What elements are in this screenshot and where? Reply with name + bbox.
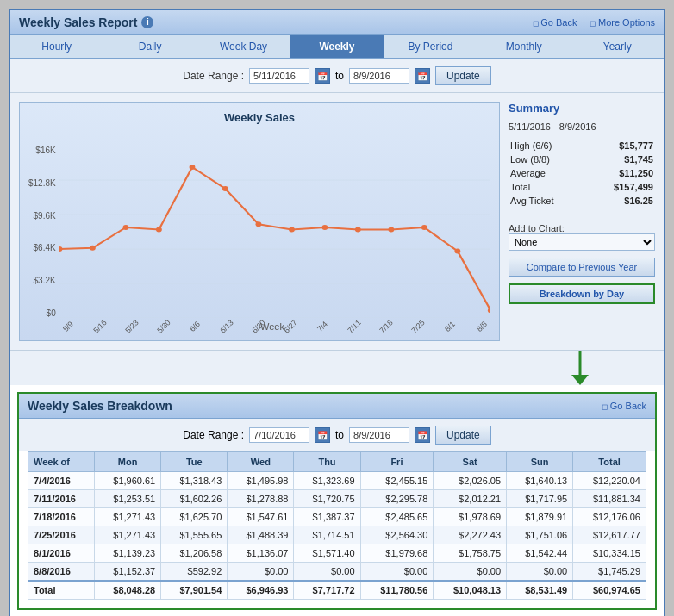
data-cell: $0.00 bbox=[434, 563, 507, 582]
from-calendar-icon[interactable]: 📅 bbox=[315, 68, 330, 84]
week-of-cell: 7/11/2016 bbox=[28, 490, 95, 508]
date-from-input[interactable] bbox=[249, 68, 309, 84]
total-value: $157,499 bbox=[585, 180, 655, 194]
data-cell: $1,488.39 bbox=[228, 526, 294, 544]
svg-point-17 bbox=[421, 225, 427, 230]
total-value-cell: $8,531.49 bbox=[507, 581, 573, 600]
tab-weekday[interactable]: Week Day bbox=[197, 35, 290, 58]
week-of-cell: 8/1/2016 bbox=[28, 544, 95, 563]
data-cell: $1,278.88 bbox=[228, 490, 294, 508]
tab-daily[interactable]: Daily bbox=[103, 35, 197, 58]
svg-point-7 bbox=[90, 246, 96, 251]
x-label-1: 5/9 bbox=[59, 317, 77, 335]
data-cell: $1,318.43 bbox=[161, 472, 228, 490]
data-cell: $1,387.37 bbox=[294, 508, 360, 526]
to-calendar-icon[interactable]: 📅 bbox=[415, 68, 430, 84]
svg-point-8 bbox=[122, 225, 128, 230]
report-header: Weekly Sales Report i Go Back More Optio… bbox=[10, 10, 664, 35]
data-cell: $1,745.29 bbox=[573, 563, 646, 582]
total-value-cell: $6,946.93 bbox=[228, 581, 294, 600]
data-cell: $1,879.91 bbox=[507, 508, 573, 526]
x-label-5: 6/6 bbox=[186, 317, 204, 335]
x-label-6: 6/13 bbox=[218, 317, 236, 335]
breakdown-date-bar: Date Range : 📅 to 📅 Update bbox=[19, 419, 655, 451]
data-table-wrapper: Week of Mon Tue Wed Thu Fri Sat Sun Tota… bbox=[19, 451, 655, 608]
info-icon[interactable]: i bbox=[141, 16, 153, 28]
tab-hourly[interactable]: Hourly bbox=[10, 35, 103, 58]
breakdown-by-day-button[interactable]: Breakdown by Day bbox=[509, 283, 655, 304]
breakdown-section: Weekly Sales Breakdown Go Back Date Rang… bbox=[17, 392, 657, 610]
tab-weekly[interactable]: Weekly bbox=[290, 35, 384, 58]
low-label: Low (8/8) bbox=[509, 152, 585, 166]
data-cell: $1,253.51 bbox=[95, 490, 161, 508]
x-label-10: 7/11 bbox=[346, 317, 364, 335]
svg-point-6 bbox=[59, 246, 62, 252]
go-back-link[interactable]: Go Back bbox=[533, 17, 577, 28]
breakdown-date-from[interactable] bbox=[249, 427, 309, 443]
compare-previous-year-button[interactable]: Compare to Previous Year bbox=[509, 258, 655, 277]
x-label-4: 5/30 bbox=[154, 317, 172, 335]
high-value: $15,777 bbox=[585, 139, 655, 152]
data-cell: $2,455.15 bbox=[360, 472, 434, 490]
col-wed: Wed bbox=[228, 452, 294, 472]
top-date-range-bar: Date Range : 📅 to 📅 Update bbox=[10, 59, 664, 93]
x-label-3: 5/23 bbox=[122, 317, 140, 335]
breakdown-update-button[interactable]: Update bbox=[435, 426, 491, 445]
svg-point-14 bbox=[321, 225, 328, 230]
tab-yearly[interactable]: Yearly bbox=[571, 35, 664, 58]
x-label-2: 5/16 bbox=[90, 317, 109, 335]
y-tick-3: $6.4K bbox=[34, 243, 56, 252]
breakdown-to-calendar-icon[interactable]: 📅 bbox=[415, 427, 430, 443]
svg-point-12 bbox=[255, 221, 261, 227]
add-to-chart-select[interactable]: None bbox=[509, 233, 655, 251]
col-sat: Sat bbox=[434, 452, 507, 472]
table-row: 7/4/2016$1,960.61$1,318.43$1,495.98$1,32… bbox=[28, 472, 646, 490]
total-label: Total bbox=[509, 180, 585, 194]
tab-monthly[interactable]: Monthly bbox=[477, 35, 571, 58]
title-text: Weekly Sales Report bbox=[19, 16, 137, 29]
add-to-chart-label: Add to Chart: bbox=[509, 223, 655, 233]
more-options-link[interactable]: More Options bbox=[590, 17, 655, 28]
data-cell: $2,485.65 bbox=[360, 508, 434, 526]
table-row: 7/25/2016$1,271.43$1,555.65$1,488.39$1,7… bbox=[28, 526, 646, 544]
total-value-cell: $8,048.28 bbox=[95, 581, 161, 600]
update-button[interactable]: Update bbox=[435, 66, 491, 85]
data-cell: $1,571.40 bbox=[294, 544, 360, 563]
breakdown-date-to[interactable] bbox=[349, 427, 409, 443]
data-cell: $1,323.69 bbox=[294, 472, 360, 490]
data-cell: $1,978.69 bbox=[434, 508, 507, 526]
table-row: 7/11/2016$1,253.51$1,602.26$1,278.88$1,7… bbox=[28, 490, 646, 508]
col-total: Total bbox=[573, 452, 646, 472]
date-to-input[interactable] bbox=[349, 68, 409, 84]
week-of-cell: 8/8/2016 bbox=[28, 563, 95, 582]
data-cell: $2,272.43 bbox=[434, 526, 507, 544]
summary-panel: Summary 5/11/2016 - 8/9/2016 High (6/6) … bbox=[509, 102, 655, 341]
data-cell: $12,220.04 bbox=[573, 472, 646, 490]
col-sun: Sun bbox=[507, 452, 573, 472]
table-row: 8/8/2016$1,152.37$592.92$0.00$0.00$0.00$… bbox=[28, 563, 646, 582]
data-cell: $0.00 bbox=[507, 563, 573, 582]
tab-byperiod[interactable]: By Period bbox=[384, 35, 477, 58]
x-label-9: 7/4 bbox=[314, 317, 332, 335]
total-value-cell: $11,780.56 bbox=[360, 581, 434, 600]
x-label-13: 8/1 bbox=[440, 317, 459, 335]
svg-point-18 bbox=[454, 249, 460, 254]
chart-section: Weekly Sales $16K $12.8K $9.6K $6.4K $3.… bbox=[10, 93, 664, 351]
breakdown-date-label: Date Range : bbox=[183, 429, 244, 441]
nav-tabs: Hourly Daily Week Day Weekly By Period M… bbox=[10, 35, 664, 59]
breakdown-from-calendar-icon[interactable]: 📅 bbox=[315, 427, 330, 443]
y-tick-6: $16K bbox=[35, 146, 55, 155]
breakdown-table: Week of Mon Tue Wed Thu Fri Sat Sun Tota… bbox=[28, 451, 646, 600]
table-row: 8/1/2016$1,139.23$1,206.58$1,136.07$1,57… bbox=[28, 544, 646, 563]
arrow-section bbox=[10, 351, 664, 385]
avg-label: Average bbox=[509, 166, 585, 180]
header-links: Go Back More Options bbox=[533, 17, 655, 28]
avg-ticket-value: $16.25 bbox=[585, 194, 655, 208]
total-value-cell: $7,901.54 bbox=[161, 581, 228, 600]
data-cell: $2,012.21 bbox=[434, 490, 507, 508]
total-value-cell: $7,717.72 bbox=[294, 581, 360, 600]
main-container: Weekly Sales Report i Go Back More Optio… bbox=[9, 9, 665, 616]
high-label: High (6/6) bbox=[509, 139, 585, 152]
chart-svg bbox=[59, 146, 490, 318]
breakdown-go-back-link[interactable]: Go Back bbox=[602, 401, 646, 411]
